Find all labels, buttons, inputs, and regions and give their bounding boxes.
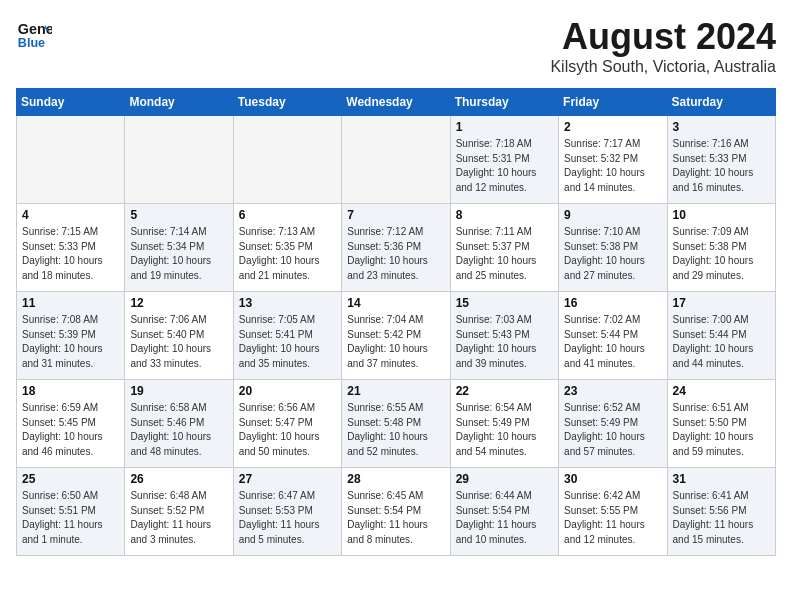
day-info: Sunrise: 6:56 AM Sunset: 5:47 PM Dayligh… bbox=[239, 401, 336, 459]
day-number: 7 bbox=[347, 208, 444, 222]
calendar-cell: 31Sunrise: 6:41 AM Sunset: 5:56 PM Dayli… bbox=[667, 468, 775, 556]
logo-icon: General Blue bbox=[16, 16, 52, 52]
day-number: 16 bbox=[564, 296, 661, 310]
calendar-week-4: 18Sunrise: 6:59 AM Sunset: 5:45 PM Dayli… bbox=[17, 380, 776, 468]
day-info: Sunrise: 7:18 AM Sunset: 5:31 PM Dayligh… bbox=[456, 137, 553, 195]
calendar-cell: 3Sunrise: 7:16 AM Sunset: 5:33 PM Daylig… bbox=[667, 116, 775, 204]
calendar-cell: 1Sunrise: 7:18 AM Sunset: 5:31 PM Daylig… bbox=[450, 116, 558, 204]
column-header-sunday: Sunday bbox=[17, 89, 125, 116]
day-number: 19 bbox=[130, 384, 227, 398]
day-number: 8 bbox=[456, 208, 553, 222]
day-number: 28 bbox=[347, 472, 444, 486]
calendar-cell: 15Sunrise: 7:03 AM Sunset: 5:43 PM Dayli… bbox=[450, 292, 558, 380]
day-info: Sunrise: 7:13 AM Sunset: 5:35 PM Dayligh… bbox=[239, 225, 336, 283]
day-number: 20 bbox=[239, 384, 336, 398]
calendar-week-2: 4Sunrise: 7:15 AM Sunset: 5:33 PM Daylig… bbox=[17, 204, 776, 292]
calendar-cell: 26Sunrise: 6:48 AM Sunset: 5:52 PM Dayli… bbox=[125, 468, 233, 556]
day-info: Sunrise: 6:54 AM Sunset: 5:49 PM Dayligh… bbox=[456, 401, 553, 459]
day-info: Sunrise: 7:04 AM Sunset: 5:42 PM Dayligh… bbox=[347, 313, 444, 371]
day-info: Sunrise: 7:15 AM Sunset: 5:33 PM Dayligh… bbox=[22, 225, 119, 283]
day-info: Sunrise: 6:55 AM Sunset: 5:48 PM Dayligh… bbox=[347, 401, 444, 459]
day-info: Sunrise: 7:14 AM Sunset: 5:34 PM Dayligh… bbox=[130, 225, 227, 283]
day-info: Sunrise: 6:45 AM Sunset: 5:54 PM Dayligh… bbox=[347, 489, 444, 547]
day-number: 1 bbox=[456, 120, 553, 134]
day-number: 18 bbox=[22, 384, 119, 398]
day-number: 6 bbox=[239, 208, 336, 222]
day-info: Sunrise: 7:03 AM Sunset: 5:43 PM Dayligh… bbox=[456, 313, 553, 371]
day-info: Sunrise: 7:06 AM Sunset: 5:40 PM Dayligh… bbox=[130, 313, 227, 371]
day-info: Sunrise: 6:50 AM Sunset: 5:51 PM Dayligh… bbox=[22, 489, 119, 547]
calendar-cell bbox=[125, 116, 233, 204]
calendar-cell: 25Sunrise: 6:50 AM Sunset: 5:51 PM Dayli… bbox=[17, 468, 125, 556]
day-number: 9 bbox=[564, 208, 661, 222]
calendar-cell: 30Sunrise: 6:42 AM Sunset: 5:55 PM Dayli… bbox=[559, 468, 667, 556]
calendar-cell: 8Sunrise: 7:11 AM Sunset: 5:37 PM Daylig… bbox=[450, 204, 558, 292]
day-info: Sunrise: 6:51 AM Sunset: 5:50 PM Dayligh… bbox=[673, 401, 770, 459]
calendar-cell bbox=[17, 116, 125, 204]
calendar-cell: 22Sunrise: 6:54 AM Sunset: 5:49 PM Dayli… bbox=[450, 380, 558, 468]
calendar-cell: 13Sunrise: 7:05 AM Sunset: 5:41 PM Dayli… bbox=[233, 292, 341, 380]
calendar-cell: 10Sunrise: 7:09 AM Sunset: 5:38 PM Dayli… bbox=[667, 204, 775, 292]
day-number: 31 bbox=[673, 472, 770, 486]
column-header-saturday: Saturday bbox=[667, 89, 775, 116]
day-info: Sunrise: 7:08 AM Sunset: 5:39 PM Dayligh… bbox=[22, 313, 119, 371]
calendar-cell: 17Sunrise: 7:00 AM Sunset: 5:44 PM Dayli… bbox=[667, 292, 775, 380]
logo: General Blue bbox=[16, 16, 52, 52]
calendar-table: SundayMondayTuesdayWednesdayThursdayFrid… bbox=[16, 88, 776, 556]
day-number: 3 bbox=[673, 120, 770, 134]
day-number: 2 bbox=[564, 120, 661, 134]
day-number: 17 bbox=[673, 296, 770, 310]
calendar-cell: 18Sunrise: 6:59 AM Sunset: 5:45 PM Dayli… bbox=[17, 380, 125, 468]
day-info: Sunrise: 6:41 AM Sunset: 5:56 PM Dayligh… bbox=[673, 489, 770, 547]
calendar-cell: 27Sunrise: 6:47 AM Sunset: 5:53 PM Dayli… bbox=[233, 468, 341, 556]
day-info: Sunrise: 7:17 AM Sunset: 5:32 PM Dayligh… bbox=[564, 137, 661, 195]
calendar-cell: 21Sunrise: 6:55 AM Sunset: 5:48 PM Dayli… bbox=[342, 380, 450, 468]
day-info: Sunrise: 7:11 AM Sunset: 5:37 PM Dayligh… bbox=[456, 225, 553, 283]
calendar-cell: 11Sunrise: 7:08 AM Sunset: 5:39 PM Dayli… bbox=[17, 292, 125, 380]
column-header-wednesday: Wednesday bbox=[342, 89, 450, 116]
column-header-tuesday: Tuesday bbox=[233, 89, 341, 116]
calendar-cell bbox=[342, 116, 450, 204]
day-info: Sunrise: 6:59 AM Sunset: 5:45 PM Dayligh… bbox=[22, 401, 119, 459]
column-header-friday: Friday bbox=[559, 89, 667, 116]
day-info: Sunrise: 6:47 AM Sunset: 5:53 PM Dayligh… bbox=[239, 489, 336, 547]
page-header: General Blue August 2024 Kilsyth South, … bbox=[16, 16, 776, 76]
day-info: Sunrise: 7:05 AM Sunset: 5:41 PM Dayligh… bbox=[239, 313, 336, 371]
calendar-cell: 19Sunrise: 6:58 AM Sunset: 5:46 PM Dayli… bbox=[125, 380, 233, 468]
calendar-cell: 12Sunrise: 7:06 AM Sunset: 5:40 PM Dayli… bbox=[125, 292, 233, 380]
day-number: 30 bbox=[564, 472, 661, 486]
calendar-week-1: 1Sunrise: 7:18 AM Sunset: 5:31 PM Daylig… bbox=[17, 116, 776, 204]
day-number: 5 bbox=[130, 208, 227, 222]
calendar-cell: 9Sunrise: 7:10 AM Sunset: 5:38 PM Daylig… bbox=[559, 204, 667, 292]
calendar-cell: 20Sunrise: 6:56 AM Sunset: 5:47 PM Dayli… bbox=[233, 380, 341, 468]
calendar-week-5: 25Sunrise: 6:50 AM Sunset: 5:51 PM Dayli… bbox=[17, 468, 776, 556]
day-number: 4 bbox=[22, 208, 119, 222]
header-row: SundayMondayTuesdayWednesdayThursdayFrid… bbox=[17, 89, 776, 116]
column-header-monday: Monday bbox=[125, 89, 233, 116]
calendar-cell: 24Sunrise: 6:51 AM Sunset: 5:50 PM Dayli… bbox=[667, 380, 775, 468]
column-header-thursday: Thursday bbox=[450, 89, 558, 116]
day-number: 29 bbox=[456, 472, 553, 486]
day-number: 22 bbox=[456, 384, 553, 398]
day-info: Sunrise: 7:12 AM Sunset: 5:36 PM Dayligh… bbox=[347, 225, 444, 283]
day-number: 11 bbox=[22, 296, 119, 310]
calendar-cell: 2Sunrise: 7:17 AM Sunset: 5:32 PM Daylig… bbox=[559, 116, 667, 204]
day-number: 25 bbox=[22, 472, 119, 486]
calendar-cell: 29Sunrise: 6:44 AM Sunset: 5:54 PM Dayli… bbox=[450, 468, 558, 556]
calendar-cell: 5Sunrise: 7:14 AM Sunset: 5:34 PM Daylig… bbox=[125, 204, 233, 292]
day-number: 15 bbox=[456, 296, 553, 310]
month-title: August 2024 bbox=[550, 16, 776, 58]
calendar-cell: 6Sunrise: 7:13 AM Sunset: 5:35 PM Daylig… bbox=[233, 204, 341, 292]
location-title: Kilsyth South, Victoria, Australia bbox=[550, 58, 776, 76]
calendar-cell: 4Sunrise: 7:15 AM Sunset: 5:33 PM Daylig… bbox=[17, 204, 125, 292]
day-number: 26 bbox=[130, 472, 227, 486]
day-number: 14 bbox=[347, 296, 444, 310]
calendar-cell: 23Sunrise: 6:52 AM Sunset: 5:49 PM Dayli… bbox=[559, 380, 667, 468]
calendar-cell: 7Sunrise: 7:12 AM Sunset: 5:36 PM Daylig… bbox=[342, 204, 450, 292]
day-number: 27 bbox=[239, 472, 336, 486]
calendar-cell bbox=[233, 116, 341, 204]
day-info: Sunrise: 6:52 AM Sunset: 5:49 PM Dayligh… bbox=[564, 401, 661, 459]
day-info: Sunrise: 6:44 AM Sunset: 5:54 PM Dayligh… bbox=[456, 489, 553, 547]
day-info: Sunrise: 7:10 AM Sunset: 5:38 PM Dayligh… bbox=[564, 225, 661, 283]
day-info: Sunrise: 7:09 AM Sunset: 5:38 PM Dayligh… bbox=[673, 225, 770, 283]
